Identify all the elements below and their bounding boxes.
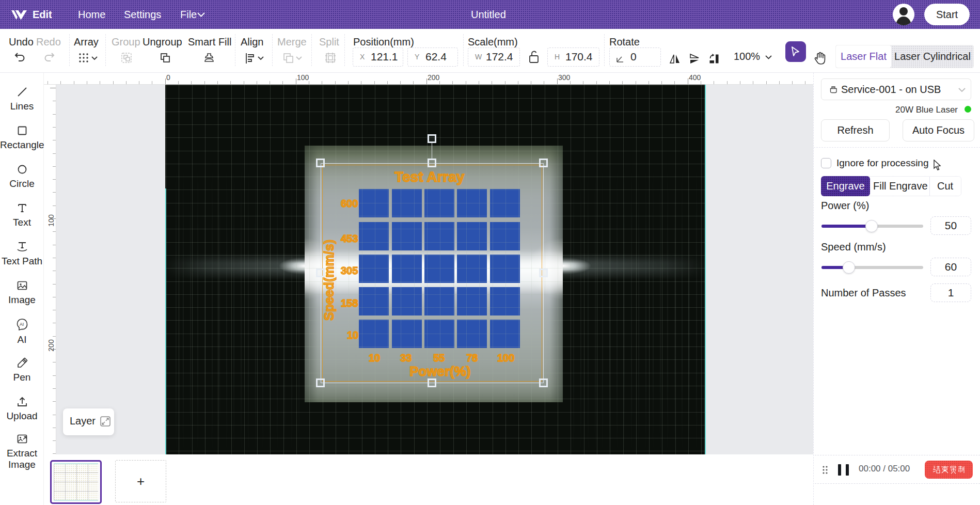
svg-text:AI: AI [20, 322, 24, 327]
